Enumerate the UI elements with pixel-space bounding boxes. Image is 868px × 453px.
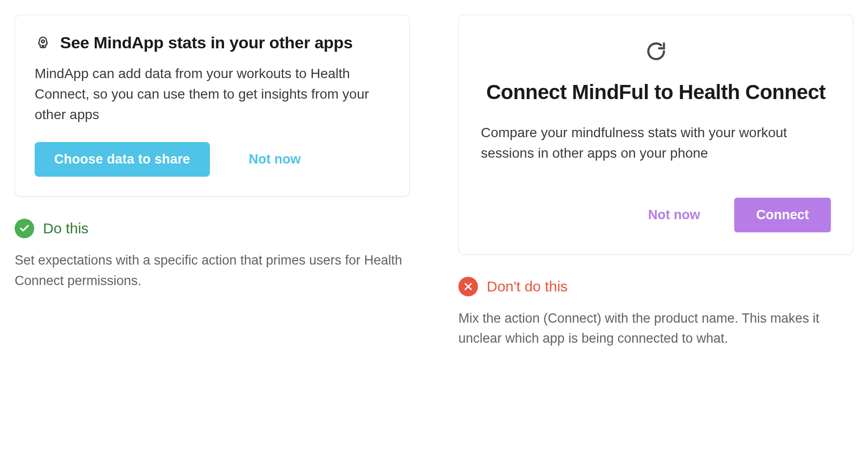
- do-annotation: Do this Set expectations with a specific…: [15, 219, 410, 291]
- card-actions: Not now Connect: [481, 198, 831, 232]
- not-now-button[interactable]: Not now: [225, 142, 325, 177]
- sync-icon: [644, 40, 668, 65]
- do-column: See MindApp stats in your other apps Min…: [15, 15, 410, 291]
- card-title: Connect MindFul to Health Connect: [481, 80, 831, 105]
- card-title: See MindApp stats in your other apps: [60, 32, 352, 53]
- dont-column: Connect MindFul to Health Connect Compar…: [458, 15, 853, 349]
- mindapp-card: See MindApp stats in your other apps Min…: [15, 15, 410, 197]
- svg-point-0: [41, 40, 44, 43]
- connect-button[interactable]: Connect: [734, 198, 831, 232]
- annotation-header: Don't do this: [458, 277, 853, 296]
- example-container: See MindApp stats in your other apps Min…: [15, 15, 853, 349]
- check-icon: [15, 219, 34, 238]
- dont-annotation: Don't do this Mix the action (Connect) w…: [458, 277, 853, 350]
- annotation-header: Do this: [15, 219, 410, 238]
- not-now-button[interactable]: Not now: [634, 198, 715, 232]
- cross-icon: [458, 277, 478, 296]
- dont-description: Mix the action (Connect) with the produc…: [458, 309, 853, 350]
- brain-icon: [35, 35, 51, 54]
- do-label: Do this: [43, 220, 88, 237]
- card-body: MindApp can add data from your workouts …: [35, 63, 390, 125]
- card-actions: Choose data to share Not now: [35, 142, 390, 177]
- do-description: Set expectations with a specific action …: [15, 250, 410, 291]
- mindful-card: Connect MindFul to Health Connect Compar…: [458, 15, 853, 255]
- card-header: See MindApp stats in your other apps: [35, 32, 390, 54]
- dont-label: Don't do this: [487, 278, 568, 295]
- choose-data-button[interactable]: Choose data to share: [35, 142, 210, 177]
- card-body: Compare your mindfulness stats with your…: [481, 123, 831, 164]
